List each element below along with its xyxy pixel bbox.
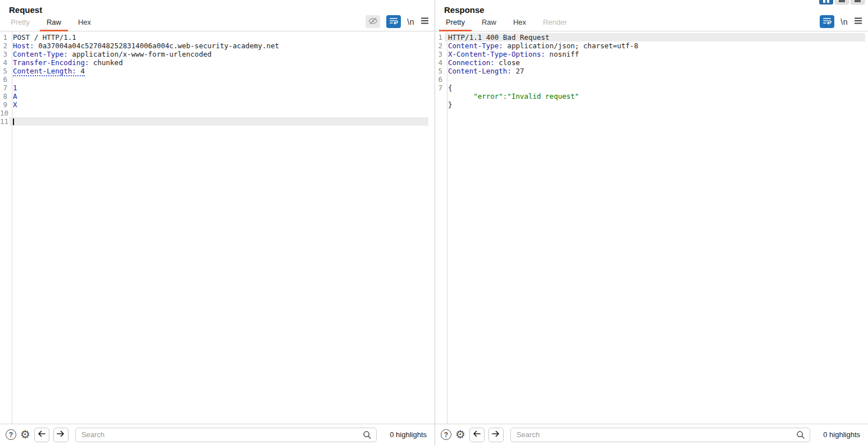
hamburger-icon <box>854 17 862 26</box>
response-panel-title: Response <box>435 0 868 16</box>
line-content[interactable] <box>445 75 865 84</box>
editor-line: 4Connection: close <box>435 58 868 67</box>
word-wrap-button[interactable] <box>386 15 401 28</box>
editor-line: 7{ <box>435 84 868 92</box>
editor-line: 8A <box>0 92 435 100</box>
response-highlights-count: 0 highlights <box>823 430 860 439</box>
line-number: 5 <box>435 67 445 75</box>
request-editor[interactable]: 1POST / HTTP/1.12Host: 0a37004a04c527048… <box>0 31 435 424</box>
editor-line: 11 <box>0 117 435 126</box>
search-help-icon[interactable]: ? <box>441 429 451 440</box>
editor-line: } <box>435 100 868 109</box>
request-search-input[interactable] <box>75 428 377 442</box>
response-editor[interactable]: 1HTTP/1.1 400 Bad Request2Content-Type: … <box>435 31 868 424</box>
search-settings-gear-icon[interactable]: ⚙ <box>20 429 30 440</box>
magnifier-icon <box>363 430 372 442</box>
request-editor-menu-button[interactable] <box>421 17 429 26</box>
magnifier-icon <box>796 430 805 442</box>
line-number: 4 <box>435 58 445 67</box>
response-search-bar: ? ⚙ 0 highlights <box>435 424 868 445</box>
editor-line: 1POST / HTTP/1.1 <box>0 33 435 42</box>
response-panel: Response PrettyRawHexRender \n <box>435 0 868 445</box>
layout-columns-button[interactable] <box>819 0 833 4</box>
repeater-message-view: Request PrettyRawHex <box>0 0 868 445</box>
search-settings-gear-icon[interactable]: ⚙ <box>455 429 465 440</box>
arrow-left-icon <box>38 430 45 439</box>
word-wrap-button[interactable] <box>820 15 834 28</box>
line-number: 1 <box>0 33 10 42</box>
line-number: 2 <box>435 42 445 50</box>
line-number: 6 <box>435 75 445 84</box>
hamburger-icon <box>421 17 429 26</box>
line-number <box>435 100 445 109</box>
line-number: 9 <box>0 100 10 109</box>
editor-line: 9X <box>0 100 435 109</box>
line-number <box>435 92 445 100</box>
arrow-right-icon <box>57 430 65 439</box>
layout-rows-button[interactable] <box>835 0 849 4</box>
line-content[interactable]: 1 <box>10 84 428 92</box>
response-editor-menu-button[interactable] <box>854 17 862 26</box>
tab-raw[interactable]: Raw <box>475 16 503 31</box>
line-content[interactable]: A <box>10 92 428 100</box>
search-prev-button[interactable] <box>34 428 49 442</box>
line-content[interactable]: Host: 0a37004a04c5270482528314006a004c.w… <box>10 42 428 50</box>
search-help-icon[interactable]: ? <box>6 429 16 440</box>
arrow-right-icon <box>492 430 500 439</box>
line-content[interactable]: Content-Type: application/x-www-form-url… <box>10 50 428 58</box>
editor-line: 5Content-Length: 27 <box>435 67 868 75</box>
editor-line: 5Content-Length: 4 <box>0 67 435 75</box>
eye-slash-icon <box>368 17 378 27</box>
line-content[interactable]: Transfer-Encoding: chunked <box>10 58 428 67</box>
line-number: 3 <box>435 50 445 58</box>
tab-hex[interactable]: Hex <box>71 16 98 31</box>
line-content[interactable]: X-Content-Type-Options: nosniff <box>445 50 865 58</box>
line-content[interactable] <box>10 109 428 117</box>
newline-toggle-button[interactable]: \n <box>407 17 414 26</box>
response-editor-toolbar: \n <box>820 15 862 31</box>
search-prev-button[interactable] <box>469 428 485 442</box>
line-content[interactable]: "error":"Invalid request" <box>445 92 865 100</box>
line-content[interactable]: POST / HTTP/1.1 <box>10 33 428 42</box>
line-content[interactable]: X <box>10 100 428 109</box>
editor-line: 10 <box>0 109 435 117</box>
line-content[interactable]: Content-Type: application/json; charset=… <box>445 42 865 50</box>
line-content[interactable]: Content-Length: 27 <box>445 67 865 75</box>
line-content[interactable] <box>10 117 428 126</box>
search-next-button[interactable] <box>53 428 68 442</box>
request-search-bar: ? ⚙ 0 highlights <box>0 424 435 445</box>
line-content[interactable]: HTTP/1.1 400 Bad Request <box>445 33 865 42</box>
line-content[interactable]: } <box>445 100 865 109</box>
layout-tabs-button[interactable] <box>851 0 865 4</box>
text-caret <box>13 118 14 125</box>
newline-toggle-button[interactable]: \n <box>840 17 848 26</box>
layout-buttons <box>819 0 865 4</box>
editor-line: 2Host: 0a37004a04c5270482528314006a004c.… <box>0 42 435 50</box>
request-panel: Request PrettyRawHex <box>0 0 435 445</box>
line-content[interactable]: Content-Length: 4 <box>10 67 428 75</box>
tab-hex[interactable]: Hex <box>506 16 533 31</box>
editor-line: 2Content-Type: application/json; charset… <box>435 42 868 50</box>
line-number: 2 <box>0 42 10 50</box>
tab-render: Render <box>536 16 574 31</box>
editor-line: 71 <box>0 84 435 92</box>
editor-line: 3Content-Type: application/x-www-form-ur… <box>0 50 435 58</box>
request-panel-title: Request <box>0 0 435 16</box>
editor-line: 6 <box>435 75 868 84</box>
nonprinting-toggle-button[interactable] <box>366 15 380 28</box>
line-number: 6 <box>0 75 10 84</box>
line-content[interactable]: Connection: close <box>445 58 865 67</box>
line-number: 5 <box>0 67 10 75</box>
word-wrap-icon <box>823 17 832 26</box>
line-content[interactable] <box>10 75 428 84</box>
line-number: 10 <box>0 109 10 117</box>
tab-pretty[interactable]: Pretty <box>439 16 472 31</box>
line-content[interactable]: { <box>445 84 865 92</box>
response-tabbar: PrettyRawHexRender \n <box>435 16 868 31</box>
request-tabbar: PrettyRawHex <box>0 16 435 31</box>
response-search-input[interactable] <box>510 428 810 442</box>
tab-raw[interactable]: Raw <box>40 16 68 31</box>
tab-pretty: Pretty <box>4 16 36 31</box>
editor-line: 6 <box>0 75 435 84</box>
search-next-button[interactable] <box>488 428 504 442</box>
